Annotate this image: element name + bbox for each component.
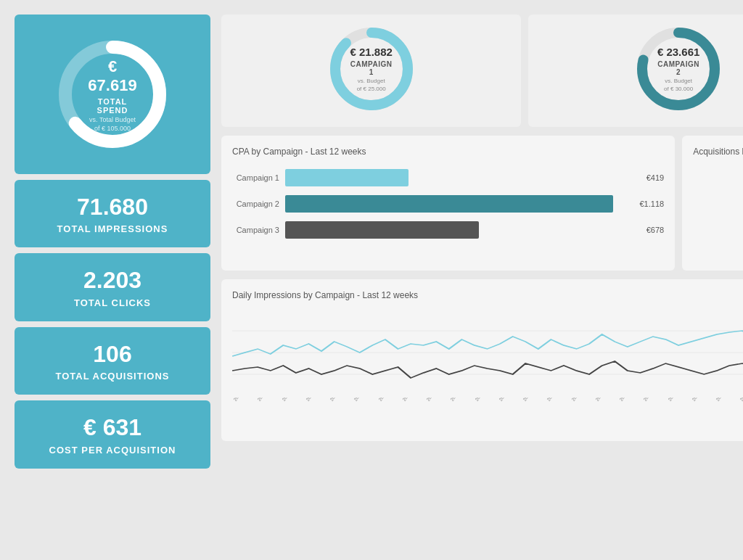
x-label-9: 2016-02-10 xyxy=(425,398,449,430)
x-label-1: 2016-01-21 xyxy=(232,398,256,430)
pie-container: 54 32 20 xyxy=(693,165,743,260)
stat-clicks-value: 2.203 xyxy=(28,266,197,294)
x-labels-row: 2016-01-21 2016-01-23 2016-01-25 2016-01… xyxy=(232,398,743,430)
x-label-22: 2016-03-09 xyxy=(739,398,743,430)
campaign-2-sub2: of € 30.000 xyxy=(657,86,700,92)
x-label-4: 2016-01-27 xyxy=(305,398,329,430)
bar-value-2: €1.118 xyxy=(639,199,664,208)
line-campaign-2 xyxy=(232,361,743,378)
total-spend-amount: € 67.619 xyxy=(83,57,141,96)
stat-acquisitions-label: TOTAL ACQUISITIONS xyxy=(28,371,197,382)
campaign-1-sub2: of € 25.000 xyxy=(350,86,393,92)
total-spend-sublabel: vs. Total Budget xyxy=(83,115,141,123)
cpa-bar-chart: Campaign 1 €419 Campaign 2 €1.118 xyxy=(232,165,664,242)
stat-acquisitions: 106 TOTAL ACQUISITIONS xyxy=(15,327,210,395)
x-label-10: 2016-02-12 xyxy=(449,398,473,430)
stat-impressions: 71.680 TOTAL IMPRESSIONS xyxy=(15,180,210,247)
bar-fill-2 xyxy=(285,195,613,213)
campaign-row: € 21.882 CAMPAIGN 1 vs. Budget of € 25.0… xyxy=(221,15,743,127)
cpa-chart-panel: CPA by Campaign - Last 12 weeks Campaign… xyxy=(221,136,675,271)
bar-row-3: Campaign 3 €678 xyxy=(232,221,664,239)
x-label-8: 2016-02-08 xyxy=(401,398,425,430)
stat-cpa: € 631 COST PER ACQUISITION xyxy=(15,400,210,468)
dashboard: € 67.619 TOTAL SPEND vs. Total Budget of… xyxy=(15,15,728,469)
x-label-21: 2016-03-07 xyxy=(715,398,739,430)
bar-label-2: Campaign 2 xyxy=(232,199,279,208)
x-label-14: 2016-02-22 xyxy=(546,398,570,430)
stat-impressions-value: 71.680 xyxy=(28,193,197,221)
line-campaign-1 xyxy=(232,327,743,356)
bar-track-2 xyxy=(285,195,630,213)
stat-acquisitions-value: 106 xyxy=(28,340,197,368)
stat-cpa-value: € 631 xyxy=(28,413,197,441)
x-label-17: 2016-02-28 xyxy=(618,398,642,430)
campaign-1-amount: € 21.882 xyxy=(350,46,393,59)
impressions-panel: Daily Impressions by Campaign - Last 12 … xyxy=(221,279,743,441)
x-label-20: 2016-03-05 xyxy=(691,398,715,430)
campaign-2-donut: € 23.661 CAMPAIGN 2 vs. Budget of € 30.0… xyxy=(635,25,722,112)
line-chart-svg xyxy=(232,309,743,396)
bar-row-1: Campaign 1 €419 xyxy=(232,169,664,186)
campaign-1-donut: € 21.882 CAMPAIGN 1 vs. Budget of € 25.0… xyxy=(328,25,415,112)
stat-clicks-label: TOTAL CLICKS xyxy=(28,297,197,308)
impressions-title: Daily Impressions by Campaign - Last 12 … xyxy=(232,290,743,300)
cpa-chart-title: CPA by Campaign - Last 12 weeks xyxy=(232,147,664,157)
x-label-7: 2016-02-04 xyxy=(377,398,401,430)
x-label-18: 2016-03-01 xyxy=(642,398,666,430)
line-chart-area xyxy=(232,309,743,396)
sidebar: € 67.619 TOTAL SPEND vs. Total Budget of… xyxy=(15,15,210,469)
x-label-5: 2016-01-29 xyxy=(329,398,353,430)
campaign-card-2: € 23.661 CAMPAIGN 2 vs. Budget of € 30.0… xyxy=(528,15,743,127)
bar-label-1: Campaign 1 xyxy=(232,173,279,182)
campaign-card-1: € 21.882 CAMPAIGN 1 vs. Budget of € 25.0… xyxy=(221,15,521,127)
bar-fill-1 xyxy=(285,169,409,186)
total-spend-donut: € 67.619 TOTAL SPEND vs. Total Budget of… xyxy=(54,36,171,152)
bar-label-3: Campaign 3 xyxy=(232,226,279,234)
bar-row-2: Campaign 2 €1.118 xyxy=(232,195,664,213)
x-label-12: 2016-02-18 xyxy=(498,398,522,430)
bar-value-1: €419 xyxy=(646,173,664,182)
campaign-2-center: € 23.661 CAMPAIGN 2 vs. Budget of € 30.0… xyxy=(657,46,700,92)
campaign-2-sub: vs. Budget xyxy=(657,78,700,84)
total-spend-label: TOTAL SPEND xyxy=(83,96,141,114)
x-label-15: 2016-02-24 xyxy=(570,398,594,430)
campaign-1-center: € 21.882 CAMPAIGN 1 vs. Budget of € 25.0… xyxy=(350,46,393,92)
bar-fill-3 xyxy=(285,221,479,239)
stat-impressions-label: TOTAL IMPRESSIONS xyxy=(28,223,197,234)
x-label-19: 2016-03-03 xyxy=(667,398,691,430)
main-area: € 21.882 CAMPAIGN 1 vs. Budget of € 25.0… xyxy=(221,15,743,469)
acquisitions-chart-panel: Acquisitions by Campaign - Last 12 weeks xyxy=(682,136,743,271)
x-label-11: 2016-02-14 xyxy=(474,398,498,430)
x-label-3: 2016-01-25 xyxy=(281,398,305,430)
total-spend-center: € 67.619 TOTAL SPEND vs. Total Budget of… xyxy=(83,57,141,132)
campaign-1-sub: vs. Budget xyxy=(350,78,393,84)
bar-value-3: €678 xyxy=(646,226,664,234)
campaign-2-amount: € 23.661 xyxy=(657,46,700,59)
stat-clicks: 2.203 TOTAL CLICKS xyxy=(15,253,210,321)
bar-track-1 xyxy=(285,169,637,186)
acquisitions-chart-title: Acquisitions by Campaign - Last 12 weeks xyxy=(693,147,743,157)
stat-cpa-label: COST PER ACQUISITION xyxy=(28,445,197,456)
x-label-13: 2016-02-20 xyxy=(522,398,546,430)
bar-track-3 xyxy=(285,221,637,239)
total-spend-sublabel2: of € 105.000 xyxy=(83,124,141,131)
middle-row: CPA by Campaign - Last 12 weeks Campaign… xyxy=(221,136,743,271)
campaign-2-label: CAMPAIGN 2 xyxy=(657,60,700,76)
x-label-6: 2016-02-02 xyxy=(353,398,377,430)
campaign-1-label: CAMPAIGN 1 xyxy=(350,60,393,76)
x-label-2: 2016-01-23 xyxy=(256,398,280,430)
x-label-16: 2016-02-26 xyxy=(594,398,618,430)
total-spend-card: € 67.619 TOTAL SPEND vs. Total Budget of… xyxy=(15,15,210,174)
